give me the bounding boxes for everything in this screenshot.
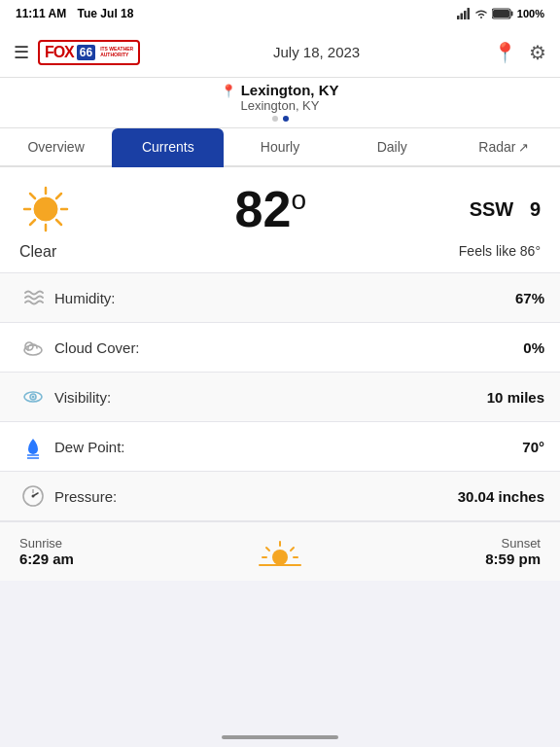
sunset-item: Sunset 8:59 pm xyxy=(485,536,541,567)
wind-display: SSW 9 xyxy=(470,198,541,221)
svg-point-20 xyxy=(32,396,35,399)
svg-rect-2 xyxy=(464,11,467,19)
svg-rect-0 xyxy=(457,16,460,19)
sunrise-icon xyxy=(256,532,304,571)
settings-icon[interactable]: ⚙ xyxy=(529,41,546,64)
menu-icon[interactable]: ☰ xyxy=(14,42,29,63)
svg-line-14 xyxy=(56,194,61,198)
logo-fox: FOX xyxy=(45,44,74,61)
wifi-icon xyxy=(474,8,488,19)
pressure-row: Pressure: 30.04 inches xyxy=(0,472,560,520)
visibility-icon xyxy=(16,386,51,408)
menu-area[interactable]: ☰ FOX 66 ITS WEATHER AUTHORITY xyxy=(14,40,140,65)
visibility-value: 10 miles xyxy=(487,389,544,406)
humidity-label: Humidity: xyxy=(51,290,515,306)
tab-radar[interactable]: Radar ↗ xyxy=(448,128,560,167)
condition-row: Clear Feels like 86° xyxy=(0,243,560,272)
dew-point-row: Dew Point: 70° xyxy=(0,422,560,471)
sunset-label: Sunset xyxy=(485,536,541,551)
weather-condition: Clear xyxy=(19,243,56,261)
tab-daily[interactable]: Daily xyxy=(336,128,448,167)
time-display: 11:11 AM xyxy=(16,7,66,20)
header-date: July 18, 2023 xyxy=(273,44,360,60)
cloud-cover-row: Cloud Cover: 0% xyxy=(0,323,560,372)
humidity-value: 67% xyxy=(515,290,544,306)
tab-overview[interactable]: Overview xyxy=(0,128,112,167)
tab-currents[interactable]: Currents xyxy=(112,128,224,167)
header: ☰ FOX 66 ITS WEATHER AUTHORITY July 18, … xyxy=(0,27,560,78)
battery-pct: 100% xyxy=(517,8,544,19)
svg-line-12 xyxy=(30,194,35,198)
share-icon: ↗ xyxy=(518,140,529,155)
sun-bar: Sunrise 6:29 am Sunset 8:59 pm xyxy=(0,521,560,581)
battery-icon xyxy=(492,8,513,19)
pressure-value: 30.04 inches xyxy=(458,488,544,505)
logo-tagline: ITS WEATHER AUTHORITY xyxy=(100,47,133,57)
sunset-time: 8:59 pm xyxy=(485,551,541,567)
visibility-row: Visibility: 10 miles xyxy=(0,373,560,421)
cloud-value: 0% xyxy=(523,339,544,356)
dew-point-label: Dew Point: xyxy=(51,439,522,455)
weather-hero: 82o SSW 9 xyxy=(0,167,560,243)
sun-icon xyxy=(19,183,72,235)
dew-point-value: 70° xyxy=(522,439,544,455)
dew-point-icon xyxy=(16,433,51,460)
svg-line-30 xyxy=(291,548,294,551)
svg-rect-3 xyxy=(467,8,470,19)
pressure-label: Pressure: xyxy=(51,488,458,505)
svg-line-15 xyxy=(30,220,35,225)
temperature-display: 82o xyxy=(235,184,306,234)
nav-tabs: Overview Currents Hourly Daily Radar ↗ xyxy=(0,128,560,167)
svg-rect-6 xyxy=(493,10,509,18)
location-pin-icon[interactable]: 📍 xyxy=(493,41,517,64)
svg-rect-5 xyxy=(510,12,512,17)
sunrise-item: Sunrise 6:29 am xyxy=(19,536,74,567)
tab-hourly[interactable]: Hourly xyxy=(224,128,335,167)
sunrise-label: Sunrise xyxy=(19,536,74,551)
location-pin-small: 📍 xyxy=(221,84,236,98)
location-page-dots xyxy=(0,116,560,122)
humidity-row: Humidity: 67% xyxy=(0,273,560,322)
location-bar: 📍 Lexington, KY Lexington, KY xyxy=(0,78,560,128)
page-dot-1 xyxy=(272,116,278,122)
svg-point-26 xyxy=(32,495,35,498)
logo: FOX 66 ITS WEATHER AUTHORITY xyxy=(38,40,140,65)
svg-line-13 xyxy=(56,220,61,225)
logo-number: 66 xyxy=(77,45,95,60)
visibility-label: Visibility: xyxy=(51,389,487,406)
signal-icon xyxy=(457,8,471,19)
cloud-icon xyxy=(16,337,51,358)
header-actions: 📍 ⚙ xyxy=(493,41,546,64)
humidity-icon xyxy=(16,285,51,310)
svg-point-7 xyxy=(34,197,57,221)
status-icons: 100% xyxy=(457,8,544,19)
location-city: 📍 Lexington, KY xyxy=(0,82,560,98)
svg-rect-1 xyxy=(460,14,463,20)
svg-point-27 xyxy=(272,550,288,565)
date-display: Tue Jul 18 xyxy=(78,7,134,20)
pressure-icon xyxy=(16,483,51,509)
feels-like: Feels like 86° xyxy=(459,243,541,261)
location-sublabel: Lexington, KY xyxy=(0,98,560,113)
cloud-label: Cloud Cover: xyxy=(51,339,523,356)
status-bar: 11:11 AM Tue Jul 18 100% xyxy=(0,0,560,27)
home-indicator xyxy=(222,735,338,739)
page-dot-2 xyxy=(283,116,289,122)
sunrise-time: 6:29 am xyxy=(19,551,74,567)
svg-line-29 xyxy=(266,548,269,551)
status-time: 11:11 AM Tue Jul 18 xyxy=(16,7,133,20)
